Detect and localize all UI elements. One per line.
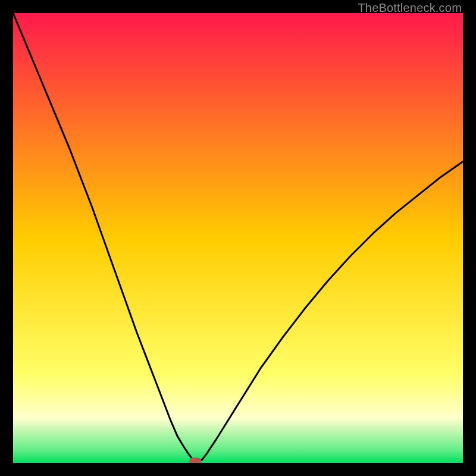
chart-background [13, 13, 463, 463]
chart-svg [13, 13, 463, 463]
chart-marker [189, 458, 201, 463]
chart-frame [13, 13, 463, 463]
